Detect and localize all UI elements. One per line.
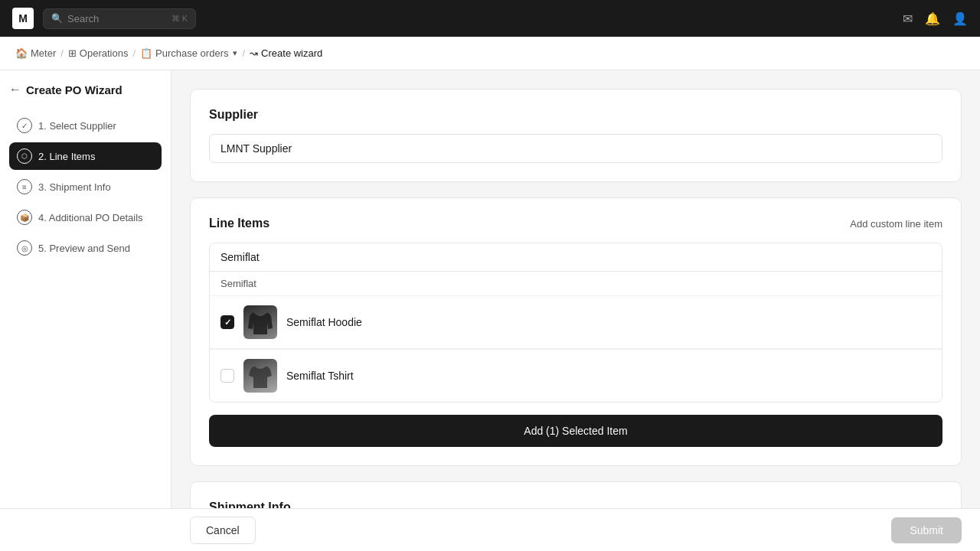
home-icon: 🏠 — [15, 47, 28, 59]
sidebar: ← Create PO Wizard ✓ 1. Select Supplier … — [0, 70, 172, 551]
submit-button[interactable]: Submit — [891, 517, 962, 543]
logo[interactable]: M — [12, 8, 34, 29]
list-icon: 📋 — [140, 47, 152, 59]
grid-icon: ⊞ — [68, 47, 77, 59]
item-2-image — [243, 359, 277, 393]
logo-text: M — [18, 12, 28, 24]
sidebar-step-5[interactable]: ◎ 5. Preview and Send — [9, 234, 162, 262]
sidebar-step-4[interactable]: 📦 4. Additional PO Details — [9, 204, 162, 231]
breadcrumb-sep-3: / — [242, 47, 245, 59]
sidebar-step-1[interactable]: ✓ 1. Select Supplier — [9, 112, 162, 139]
breadcrumb-sep-1: / — [60, 47, 64, 59]
wizard-icon: ↝ — [250, 47, 258, 59]
dropdown-chevron-icon: ▾ — [233, 48, 237, 58]
cancel-button[interactable]: Cancel — [190, 517, 256, 544]
line-items-title: Line Items — [209, 217, 270, 230]
sidebar-title: Create PO Wizard — [26, 83, 122, 96]
line-items-card: Line Items Add custom line item Semiflat… — [190, 197, 962, 466]
breadcrumb-sep-2: / — [132, 47, 136, 59]
item-1-image — [243, 305, 277, 339]
sidebar-back-button[interactable]: ← Create PO Wizard — [9, 83, 162, 96]
kbd-shortcut: ⌘ K — [172, 14, 188, 24]
message-icon[interactable]: ✉ — [903, 11, 913, 26]
sidebar-step-2-label: 2. Line Items — [38, 151, 95, 162]
step-5-icon: ◎ — [17, 240, 32, 256]
line-items-list-box: Semiflat Semiflat Hoodie — [209, 243, 942, 403]
main-layout: ← Create PO Wizard ✓ 1. Select Supplier … — [0, 70, 980, 551]
add-selected-button[interactable]: Add (1) Selected Item — [209, 415, 942, 447]
list-item: Semiflat Tshirt — [210, 350, 942, 402]
back-arrow-icon: ← — [9, 83, 21, 96]
category-label: Semiflat — [210, 272, 942, 296]
content-area: Supplier Line Items Add custom line item… — [172, 70, 980, 551]
step-1-icon: ✓ — [17, 118, 32, 133]
nav-icon-group: ✉ 🔔 👤 — [903, 11, 968, 26]
search-icon: 🔍 — [51, 13, 63, 24]
top-navigation: M 🔍 Search ⌘ K ✉ 🔔 👤 — [0, 0, 980, 37]
supplier-title: Supplier — [209, 108, 942, 122]
supplier-card: Supplier — [190, 89, 962, 182]
breadcrumb-meter[interactable]: 🏠 Meter — [15, 47, 56, 59]
item-1-checkbox[interactable] — [220, 315, 234, 329]
breadcrumb-meter-label: Meter — [31, 47, 56, 59]
step-3-icon: ≡ — [17, 179, 32, 194]
supplier-input[interactable] — [209, 134, 942, 163]
sidebar-step-3[interactable]: ≡ 3. Shipment Info — [9, 173, 162, 201]
bottom-bar: Cancel Submit — [0, 508, 980, 551]
add-custom-line-item-link[interactable]: Add custom line item — [850, 218, 942, 230]
sidebar-step-4-label: 4. Additional PO Details — [38, 212, 143, 223]
item-1-name: Semiflat Hoodie — [286, 316, 362, 328]
breadcrumb-operations[interactable]: ⊞ Operations — [68, 47, 129, 59]
step-2-icon: ⬡ — [17, 148, 32, 164]
breadcrumb-purchase-orders[interactable]: 📋 Purchase orders ▾ — [140, 47, 237, 59]
breadcrumb: 🏠 Meter / ⊞ Operations / 📋 Purchase orde… — [0, 37, 980, 70]
item-2-name: Semiflat Tshirt — [286, 370, 354, 382]
item-2-checkbox[interactable] — [220, 369, 234, 383]
line-items-search-input[interactable] — [210, 243, 942, 272]
bell-icon[interactable]: 🔔 — [925, 11, 940, 26]
user-icon[interactable]: 👤 — [952, 11, 968, 26]
search-box[interactable]: 🔍 Search ⌘ K — [43, 8, 196, 29]
step-4-icon: 📦 — [17, 210, 32, 225]
list-item: Semiflat Hoodie — [210, 296, 942, 349]
search-placeholder: Search — [67, 13, 99, 24]
sidebar-step-1-label: 1. Select Supplier — [38, 120, 116, 132]
breadcrumb-create-wizard-label: Create wizard — [261, 47, 322, 59]
sidebar-step-3-label: 3. Shipment Info — [38, 181, 111, 193]
breadcrumb-create-wizard[interactable]: ↝ Create wizard — [250, 47, 322, 59]
sidebar-step-2[interactable]: ⬡ 2. Line Items — [9, 142, 162, 170]
breadcrumb-operations-label: Operations — [80, 47, 129, 59]
line-items-header: Line Items Add custom line item — [209, 217, 942, 230]
sidebar-step-5-label: 5. Preview and Send — [38, 243, 130, 254]
breadcrumb-purchase-orders-label: Purchase orders — [155, 47, 228, 59]
